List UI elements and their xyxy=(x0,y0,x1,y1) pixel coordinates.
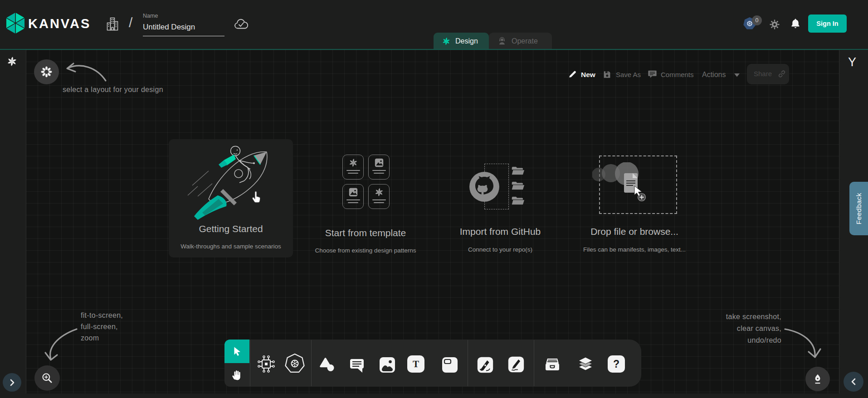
new-design-icon[interactable] xyxy=(568,69,578,79)
template-image-icon xyxy=(348,187,358,197)
feedback-tab[interactable]: Feedback xyxy=(849,182,868,235)
pen-path-tool-button[interactable] xyxy=(476,355,495,374)
design-spiral-icon xyxy=(442,37,451,46)
hint-line: full-screen, xyxy=(81,321,123,332)
toolbar-divider xyxy=(534,340,534,386)
chevron-down-icon[interactable] xyxy=(733,73,741,78)
share-link-icon xyxy=(777,69,787,79)
cluster-count-value: 0 xyxy=(756,17,759,24)
comment-tool-button[interactable] xyxy=(347,355,367,375)
drawer-tool-button[interactable] xyxy=(542,355,562,375)
template-thumb-design xyxy=(342,155,364,180)
canvas-top-divider xyxy=(0,49,868,50)
layout-hint-text: select a layout for your design xyxy=(63,84,180,95)
toolbar-divider xyxy=(311,340,312,386)
card-subtitle: Walk-throughs and sample scenarios xyxy=(169,243,293,250)
drop-file-illustration xyxy=(592,162,651,205)
card-start-from-template[interactable]: Start from template Choose from existing… xyxy=(299,150,432,258)
zoom-button[interactable] xyxy=(34,365,60,391)
hand-cursor-icon xyxy=(251,190,264,205)
select-tool-button[interactable] xyxy=(224,340,249,363)
text-tool-button[interactable]: T xyxy=(407,355,424,373)
card-title: Getting Started xyxy=(169,223,293,234)
screenshot-hint-arrow xyxy=(783,325,821,361)
share-button[interactable]: Share xyxy=(747,64,789,84)
cloud-saved-icon xyxy=(234,18,249,31)
expand-panel-button[interactable] xyxy=(3,373,21,392)
hint-line: fit-to-screen, xyxy=(81,310,123,321)
chevron-right-icon xyxy=(6,377,18,388)
cluster-count-badge[interactable]: 0 xyxy=(752,15,762,25)
meshery-spiral-icon[interactable] xyxy=(6,56,18,67)
new-design-button[interactable]: New xyxy=(581,71,595,79)
sign-in-label: Sign In xyxy=(816,20,838,27)
card-subtitle: Files can be manifests, images, text... xyxy=(568,246,701,253)
shapes-tool-button[interactable] xyxy=(317,355,337,375)
help-tool-button[interactable]: ? xyxy=(608,355,625,373)
card-drop-file[interactable]: Drop file or browse... Files can be mani… xyxy=(568,150,701,258)
tab-operate-label: Operate xyxy=(512,37,538,45)
settings-gear-icon[interactable] xyxy=(769,19,780,30)
card-import-github[interactable]: Import from GitHub Connect to your repo(… xyxy=(434,150,566,258)
toolbar-divider xyxy=(250,340,250,386)
github-octocat-icon xyxy=(469,171,500,202)
zoom-hint-arrow xyxy=(43,326,79,364)
collapse-panel-button[interactable] xyxy=(844,372,863,392)
repo-folder-icon xyxy=(511,195,525,205)
design-name-label: Name xyxy=(143,13,158,19)
template-thumb-design xyxy=(368,184,390,209)
tab-design[interactable]: Design xyxy=(434,33,489,50)
tab-operate[interactable]: Operate xyxy=(489,33,552,50)
canvas-actions-button[interactable] xyxy=(805,367,830,391)
layout-hint-arrow xyxy=(63,59,108,84)
image-tool-button[interactable] xyxy=(377,355,397,375)
text-tool-glyph: T xyxy=(413,359,419,370)
zoom-hint-text: fit-to-screen, full-screen, zoom xyxy=(81,310,123,344)
kanvas-app: KANVAS / Name Untitled Design Design xyxy=(0,0,868,398)
organization-icon[interactable] xyxy=(106,17,119,31)
repo-folder-icon xyxy=(511,180,525,190)
save-as-icon[interactable] xyxy=(602,69,612,79)
note-tool-button[interactable] xyxy=(440,355,460,375)
pen-nib-icon xyxy=(812,373,824,385)
tab-design-label: Design xyxy=(455,37,478,45)
magnifier-plus-icon xyxy=(41,372,54,384)
comments-button[interactable]: Comments xyxy=(661,71,694,78)
sign-in-button[interactable]: Sign In xyxy=(808,15,847,33)
select-cursor-icon xyxy=(232,346,243,357)
feedback-label: Feedback xyxy=(855,193,863,224)
actions-dropdown[interactable]: Actions xyxy=(702,71,726,79)
share-label: Share xyxy=(754,70,772,78)
pencil-draw-tool-button[interactable] xyxy=(507,355,526,374)
toolbar-divider xyxy=(468,340,468,386)
layers-tool-button[interactable] xyxy=(575,355,595,375)
kubernetes-tool-button[interactable] xyxy=(284,353,305,374)
hand-pan-icon xyxy=(231,369,243,381)
left-rail xyxy=(0,50,26,393)
app-logo-text: KANVAS xyxy=(28,16,91,31)
card-title: Start from template xyxy=(299,228,432,238)
rocket-doodle xyxy=(182,142,279,222)
node-y-icon[interactable]: Y xyxy=(848,55,856,69)
layout-selector-button[interactable] xyxy=(34,59,59,84)
notifications-bell-icon[interactable] xyxy=(790,18,801,30)
pan-tool-button[interactable] xyxy=(224,363,249,387)
screenshot-hint-text: take screenshot, clear canvas, undo/redo xyxy=(691,311,781,346)
template-spiral-icon xyxy=(348,158,358,168)
template-thumbnails xyxy=(342,155,390,209)
template-image-icon xyxy=(374,158,384,168)
save-as-button[interactable]: Save As xyxy=(616,71,641,78)
design-name-input[interactable]: Untitled Design xyxy=(143,23,224,36)
card-title: Import from GitHub xyxy=(434,226,566,237)
infrastructure-tool-button[interactable] xyxy=(256,354,277,374)
card-getting-started[interactable]: Getting Started Walk-throughs and sample… xyxy=(169,139,293,257)
chevron-left-icon xyxy=(848,376,859,388)
card-subtitle: Connect to your repo(s) xyxy=(434,246,566,253)
kanvas-logo-icon xyxy=(5,12,25,34)
comments-icon[interactable] xyxy=(647,69,658,79)
help-glyph: ? xyxy=(613,358,619,370)
hint-line: zoom xyxy=(81,332,123,344)
template-thumb-image xyxy=(342,184,364,209)
template-spiral-icon xyxy=(374,187,384,197)
breadcrumb-separator: / xyxy=(129,15,132,30)
